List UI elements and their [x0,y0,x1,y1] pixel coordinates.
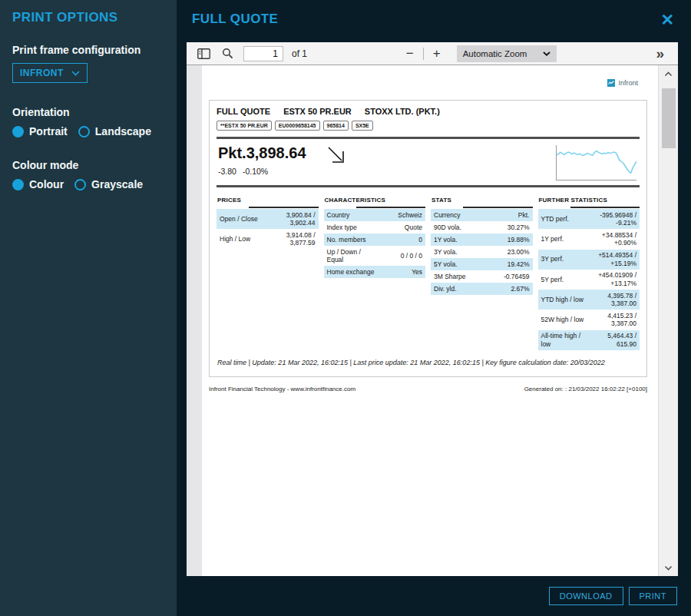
vertical-scrollbar[interactable] [658,65,678,576]
row-value: -395.96948 / -9.21% [587,211,636,227]
row-value: 3,900.84 / 3,902.44 [266,211,316,227]
column-header-rule [249,207,318,208]
update-footnote: Real time | Update: 21 Mar 2022, 16:02:1… [217,358,640,367]
price-change: -3.80 -0.10% [218,167,346,176]
row-label: Country [327,211,350,220]
row-label: 3Y perf. [541,255,564,263]
table-row: 3Y vola.23.00% [431,246,533,258]
row-value: 30.27% [508,224,530,232]
chevron-down-icon [71,71,80,76]
page-number-input[interactable] [243,46,283,61]
table-row: No. members0 [324,233,426,246]
print-button[interactable]: PRINT [629,587,678,605]
column-header-rule [356,207,425,208]
row-value: +514.49354 / +15.19% [587,251,636,267]
row-value: 0 / 0 / 0 [401,252,422,260]
zoom-out-button[interactable]: − [402,47,418,60]
column-header: STATS [431,193,533,207]
instrument-chip: **ESTX 50 PR.EUR [217,121,272,131]
quote-card: FULL QUOTE ESTX 50 PR.EUR STOXX LTD. (PK… [209,100,647,377]
table-row: High / Low3,914.08 / 3,877.59 [217,229,319,249]
viewer-body: Infront FULL QUOTE ESTX 50 PR.EUR STOXX … [187,65,678,576]
infront-logo: Infront [607,79,638,87]
radio-unselected-icon [74,179,86,190]
row-label: 52W high / low [541,316,584,324]
radio-portrait-label: Portrait [29,125,68,137]
radio-selected-icon [12,179,24,190]
table-row: 3Y perf.+514.49354 / +15.19% [538,250,640,270]
row-value: 3,914.08 / 3,877.59 [266,231,316,247]
instrument-chip: 965814 [323,121,349,131]
quote-title: FULL QUOTE [217,107,270,116]
frame-config-dropdown[interactable]: INFRONT [12,63,88,83]
toolbar-divider [423,48,424,60]
row-label: All-time high / low [541,332,587,348]
change-percent: -0.10% [243,167,268,176]
dialog-footer: DOWNLOAD PRINT [177,576,691,616]
quote-column: PRICESOpen / Close3,900.84 / 3,902.44Hig… [217,193,319,350]
radio-unselected-icon [78,126,90,137]
page-footer-company: Infront Financial Technology - www.infro… [209,386,355,392]
colour-mode-options: Colour Grayscale [12,178,164,190]
colour-mode-label: Colour mode [12,159,164,171]
close-icon[interactable]: ✕ [657,10,677,29]
radio-colour[interactable]: Colour [12,178,64,190]
zoom-in-button[interactable]: + [429,47,445,60]
page-footer: Infront Financial Technology - www.infro… [209,386,647,392]
table-row: 1Y perf.+34.88534 / +0.90% [538,229,640,249]
row-value: Quote [405,224,422,232]
row-label: Up / Down / Equal [327,248,377,264]
scrollbar-track[interactable] [659,79,678,562]
quote-table: PRICESOpen / Close3,900.84 / 3,902.44Hig… [217,193,640,350]
table-row: 1Y vola.19.88% [431,233,533,246]
frame-config-label: Print frame configuration [12,44,164,56]
sidebar-toggle-icon[interactable] [196,47,212,61]
table-row: CurrencyPkt. [431,209,533,221]
quote-issuer: STOXX LTD. (PKT.) [365,107,440,116]
row-value: 19.88% [508,236,530,244]
scrollbar-thumb[interactable] [662,88,676,148]
column-header: FURTHER STATISTICS [538,193,640,207]
zoom-level-value: Automatic Zoom [463,49,527,58]
orientation-label: Orientation [12,106,164,118]
pdf-toolbar: of 1 − + Automatic Zoom » [187,42,678,65]
row-value: 5,464.43 / 615.90 [590,332,636,348]
row-value: +454.01909 / +13.17% [587,271,636,287]
zoom-level-select[interactable]: Automatic Zoom [457,45,557,62]
table-row: Up / Down / Equal0 / 0 / 0 [324,246,426,266]
row-label: Div. yld. [434,285,457,293]
row-label: 1Y vola. [434,236,458,244]
instrument-chip: EU0009658145 [275,121,320,131]
dialog-header: FULL QUOTE ✕ [177,0,691,38]
trend-down-arrow-icon [326,145,346,165]
radio-grayscale-label: Grayscale [91,178,143,190]
sparkline-path [557,151,636,174]
table-row: YTD perf.-395.96948 / -9.21% [538,209,640,229]
scroll-down-icon[interactable] [663,562,675,573]
column-header-rule [570,207,640,208]
row-label: Index type [327,224,357,232]
table-row: Open / Close3,900.84 / 3,902.44 [217,209,319,229]
radio-portrait[interactable]: Portrait [12,125,68,137]
download-button[interactable]: DOWNLOAD [549,587,623,605]
row-value: Yes [412,268,422,277]
radio-landscape[interactable]: Landscape [78,125,151,137]
row-label: 90D vola. [434,224,461,232]
pdf-page: Infront FULL QUOTE ESTX 50 PR.EUR STOXX … [202,65,658,576]
sparkline-chart [556,145,636,180]
table-row: CountrySchweiz [324,209,426,221]
row-value: 23.00% [508,248,530,257]
more-tools-icon[interactable]: » [651,45,669,61]
radio-landscape-label: Landscape [95,125,151,137]
row-label: Open / Close [220,215,258,224]
infront-logo-icon [607,79,615,87]
instrument-chip: SX5E [352,121,373,131]
row-value: 2.67% [511,285,529,293]
scroll-up-icon[interactable] [663,68,675,79]
quote-column: FURTHER STATISTICSYTD perf.-395.96948 / … [538,193,640,350]
radio-grayscale[interactable]: Grayscale [74,178,143,190]
table-row: Index typeQuote [324,221,426,233]
search-icon[interactable] [220,46,235,61]
table-row: YTD high / low4,395.78 / 3,387.00 [538,290,640,310]
print-dialog: PRINT OPTIONS Print frame configuration … [0,0,691,616]
